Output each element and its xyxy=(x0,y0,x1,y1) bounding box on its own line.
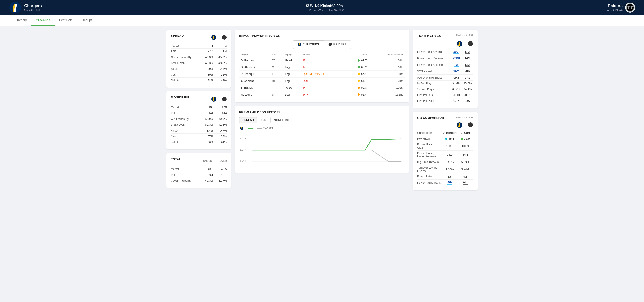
player-status: IR xyxy=(301,57,347,64)
col-grade: Grade xyxy=(346,52,368,57)
player-pos: DI xyxy=(270,78,284,84)
metrics-header: TEAM METRICS Ranks out of 32 xyxy=(417,34,473,38)
raiders-btn-icon xyxy=(328,42,332,46)
total-row-market: Market 48.5 48.5 xyxy=(171,166,227,172)
chargers-qb-icon xyxy=(456,122,462,128)
qb-comparison-card: QB COMPARISON Ranks out of 32 Quarterbac… xyxy=(413,112,478,190)
table-row: M. Webb S Leg IR-R 51.4 192nd xyxy=(239,91,405,98)
svg-text:LV +5 –: LV +5 – xyxy=(240,137,251,140)
team-toggle: CHARGERS RAIDERS xyxy=(239,40,405,49)
odds-tab-moneyline[interactable]: MONEYLINE xyxy=(270,117,293,123)
col-injury: Injury xyxy=(284,52,301,57)
chargers-line-legend xyxy=(248,128,253,129)
tab-greenline[interactable]: Greenline xyxy=(31,15,55,26)
chargers-line xyxy=(252,139,402,150)
svg-text:LV +3 –: LV +3 – xyxy=(240,160,251,162)
odds-tab-spread[interactable]: SPREAD xyxy=(239,117,257,123)
player-injury: Head xyxy=(284,57,301,64)
away-team-name: Raiders xyxy=(607,4,622,8)
qb-row: Passer Rating Clean 103.0 106.9 xyxy=(417,142,473,150)
game-info: SUN 1/9 Kickoff 8:20p Las Vegas, NV 59 F… xyxy=(304,4,344,12)
qb-row: Big-Time Throw % 3.08% 5.59% xyxy=(417,159,473,165)
grade-dot-icon xyxy=(358,59,360,62)
player-status: IR xyxy=(301,84,347,91)
raiders-metrics-icon xyxy=(468,41,473,46)
player-injury: Leg xyxy=(284,91,301,98)
col-pos: Pos xyxy=(270,52,284,57)
spread-row-cash: Cash 89% 11% xyxy=(171,72,227,78)
header: Chargers 9-7 • ATS 8-8 SUN 1/9 Kickoff 8… xyxy=(0,0,644,15)
metrics-title: TEAM METRICS xyxy=(417,34,441,37)
away-team-info: Raiders 9-7 • ATS 7-9 xyxy=(607,3,635,12)
middle-column: IMPACT PLAYER INJURIES CHARGERS xyxy=(235,30,409,190)
chargers-metrics-icon xyxy=(456,41,462,47)
player-war-rank: 58th xyxy=(368,71,405,78)
left-column: SPREAD Market -3 3 xyxy=(166,30,231,190)
main-content: SPREAD Market -3 3 xyxy=(161,26,483,194)
player-name: O. Aboushi xyxy=(239,64,270,71)
player-status: OUT xyxy=(301,78,347,84)
market-line xyxy=(252,150,402,161)
green-dot-icon xyxy=(461,138,463,140)
spread-row-value: Value -2.0% -2.4% xyxy=(171,66,227,72)
odds-title: PRE-GAME ODDS HISTORY xyxy=(239,110,405,114)
tab-lineups[interactable]: Lineups xyxy=(77,15,97,26)
svg-point-19 xyxy=(328,43,332,46)
player-grade: 55.8 xyxy=(346,84,368,91)
player-pos: TE xyxy=(270,57,284,64)
table-row: D. Parham TE Head IR 69.7 34th xyxy=(239,57,405,64)
market-legend-label: MARKET xyxy=(263,127,273,130)
col-rank: Pos WAR Rank xyxy=(368,52,405,57)
tab-summary[interactable]: Summary xyxy=(9,15,31,26)
player-status: QUESTIONABLE xyxy=(301,71,347,78)
ml-row-cash: Cash 67% 33% xyxy=(171,133,227,139)
svg-point-13 xyxy=(222,35,226,40)
player-war-rank: 46th xyxy=(368,64,405,71)
qb-row: Turnover-Worthy Play % 1.54% 3.24% xyxy=(417,165,473,174)
home-team-record: 9-7 • ATS 8-8 xyxy=(24,9,42,12)
raiders-mini-icon-ml xyxy=(222,97,227,102)
spread-row-cover: Cover Probability 46.3% 45.9% xyxy=(171,54,227,60)
player-grade: 69.7 xyxy=(346,57,368,64)
moneyline-title: MONEYLINE xyxy=(171,96,190,99)
odds-tab-ou[interactable]: O/U xyxy=(258,117,270,123)
chargers-chart-icon xyxy=(239,126,244,130)
chargers-logo-icon xyxy=(9,1,22,14)
player-injury: Leg xyxy=(284,78,301,84)
ml-row-market: Market -166 140 xyxy=(171,104,227,110)
injuries-title: IMPACT PLAYER INJURIES xyxy=(239,34,405,37)
table-row: J. Gaziano DI Leg OUT 61.4 78th xyxy=(239,78,405,84)
chargers-injuries-btn[interactable]: CHARGERS xyxy=(293,40,324,49)
navigation: Summary Greenline Best Bets Lineups xyxy=(0,15,644,26)
table-row: D. Tranquill LB Leg QUESTIONABLE 64.1 58… xyxy=(239,71,405,78)
player-pos: T xyxy=(270,84,284,91)
grade-dot-icon xyxy=(358,73,360,75)
raiders-qb-icon xyxy=(468,122,473,128)
raiders-logo-icon xyxy=(625,3,635,12)
player-name: D. Tranquill xyxy=(239,71,270,78)
spread-row-pff: PFF -2.4 2.4 xyxy=(171,48,227,54)
spread-title: SPREAD xyxy=(171,34,184,37)
metrics-row: Power Rank: Overall 19th 17th xyxy=(417,48,473,55)
herbert-name: J. Herbert xyxy=(442,131,458,134)
player-war-rank: 192nd xyxy=(368,91,405,98)
metrics-row: Power Rank: Offense 7th 13th xyxy=(417,62,473,68)
player-grade: 61.4 xyxy=(346,78,368,84)
svg-point-33 xyxy=(468,122,473,127)
injury-table: Player Pos Injury Status Grade Pos WAR R… xyxy=(239,52,405,98)
odds-tabs: SPREAD O/U MONEYLINE xyxy=(239,117,405,123)
player-name: B. Bulaga xyxy=(239,84,270,91)
qb-row: Quarterback J. Herbert D. Carr xyxy=(417,130,473,136)
total-row-cover: Cover Probability 48.3% 51.7% xyxy=(171,178,227,184)
carr-grade-badge: 79.0 xyxy=(461,137,470,140)
player-war-rank: 34th xyxy=(368,57,405,64)
qb-col-headers xyxy=(417,122,473,128)
tab-best-bets[interactable]: Best Bets xyxy=(55,15,77,26)
chargers-btn-icon xyxy=(298,42,301,46)
player-war-rank: 78th xyxy=(368,78,405,84)
qb-row-grade: PFF Grade 89.4 79.0 xyxy=(417,136,473,142)
metrics-row: EPA Per Pass 0.15 0.07 xyxy=(417,98,473,104)
raiders-mini-icon xyxy=(222,35,227,40)
odds-chart: LV +5 – LV +4 – LV +3 – xyxy=(239,133,405,168)
raiders-injuries-btn[interactable]: RAIDERS xyxy=(324,40,351,49)
